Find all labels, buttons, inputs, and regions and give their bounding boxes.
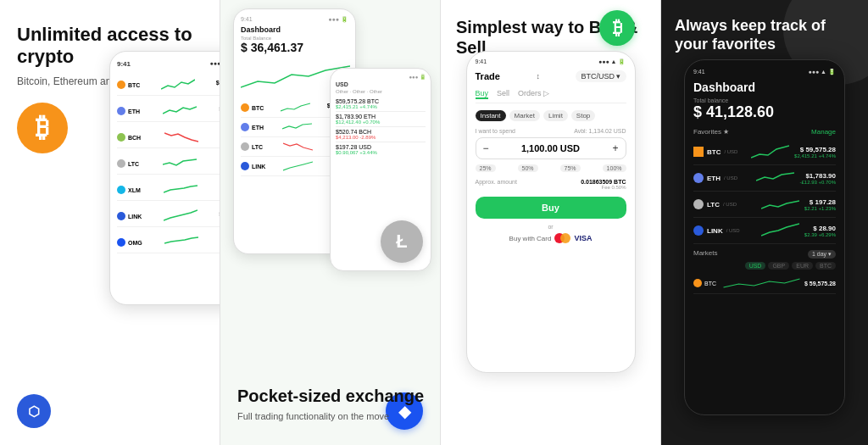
xlm-icon: [117, 186, 125, 194]
trade-time: 9:41: [476, 58, 487, 65]
card-payment-row: Buy with Card VISA: [476, 233, 626, 243]
list-item: LINK $28.90 +6.29%: [117, 206, 220, 227]
dark-eth-sparkline: [756, 169, 794, 187]
bch-icon: [117, 133, 125, 142]
btc-icon: [117, 81, 125, 89]
phone-mockup-1: 9:41 ●●● ▲ 🔋 BTC $59,575 +4.74%: [109, 51, 220, 305]
xlm-sparkline: [164, 182, 198, 197]
usd-tab[interactable]: USD: [745, 262, 766, 270]
eth-icon: [117, 107, 125, 115]
litecoin-symbol: Ł: [396, 231, 407, 253]
panel2-bottom-text: Pocket-sized exchange Full trading funct…: [237, 386, 424, 421]
panel-pocket-exchange: 9:41 ●●● 🔋 Dashboard Total Balance $ 36,…: [220, 0, 441, 445]
phone-status-1: 9:41 ●●● ▲ 🔋: [117, 60, 220, 68]
trade-title: Trade: [476, 71, 500, 81]
amount-value: 1,100.00 USD: [521, 143, 580, 153]
sell-tab[interactable]: Sell: [497, 89, 509, 99]
or-divider: or: [476, 224, 626, 230]
avbl-label: Avbl: 1,134.02 USD: [574, 128, 626, 137]
list-item: OMG $5.01 +3.44%: [117, 232, 220, 253]
bitcoin-icon: ₿: [17, 103, 68, 153]
crypto-list: BTC $59,575 +4.74% ETH: [117, 75, 220, 253]
dark-link-sparkline: [761, 221, 799, 240]
favorites-label: Favorites ★: [693, 128, 729, 136]
list-item: BTC $59,575 +4.74%: [117, 75, 220, 96]
dark-balance-label: Total balance: [693, 97, 836, 103]
panel4-title: Always keep track of your favorites: [675, 17, 854, 53]
pct-25[interactable]: 25%: [476, 164, 496, 172]
litecoin-float-icon: Ł: [381, 220, 423, 263]
panel-favorites: Always keep track of your favorites 9:41…: [661, 0, 868, 445]
dark-list-item: ETH / USD $1,783.90 -£12.93 +0.70%: [693, 165, 836, 192]
fee-label: Fee 0.50%: [581, 185, 626, 190]
list-item: BCH $520 -2.15%: [117, 127, 220, 148]
amount-input: − 1,100.00 USD +: [476, 137, 626, 159]
dark-list-item: LINK / USD $ 28.90 $2.39 +6.29%: [693, 218, 836, 244]
card-label: Buy with Card: [509, 235, 552, 242]
list-item: ETH $1,783 +0.70%: [117, 101, 220, 122]
instant-tab[interactable]: Instant: [476, 110, 506, 121]
pct-75[interactable]: 75%: [560, 164, 581, 172]
pct-50[interactable]: 50%: [518, 164, 538, 172]
dark-dashboard-title: Dashboard: [693, 81, 836, 94]
timeframe-selector[interactable]: 1 day ▾: [808, 250, 836, 259]
bch-sparkline: [164, 130, 198, 145]
orders-tab[interactable]: Orders ▷: [518, 89, 549, 99]
spend-label: I want to spend: [476, 128, 515, 134]
buy-button[interactable]: Buy: [476, 197, 626, 219]
list-item: LTC $197 +1.23%: [117, 153, 220, 175]
dark-list-item: LTC / USD $ 197.28 $2.21 +1.23%: [693, 192, 836, 218]
buy-tab[interactable]: Buy: [476, 89, 489, 99]
chainlink-icon: ⬡: [17, 394, 51, 428]
eur-tab[interactable]: EUR: [792, 262, 813, 270]
bitcoin-symbol: ₿: [36, 112, 49, 143]
btc-green-symbol: ₿: [613, 17, 622, 39]
approx-value: 0.01863509 BTC: [581, 179, 626, 185]
link-icon: [117, 212, 125, 220]
trade-pair: BTC/USD ▾: [576, 70, 626, 82]
dark-ltc-sparkline: [761, 195, 799, 214]
panel2-title: Pocket-sized exchange: [237, 386, 424, 406]
dark-balance: $ 41,128.60: [693, 103, 836, 121]
market-row-btc: BTC $ 59,575.28: [693, 273, 836, 294]
limit-tab[interactable]: Limit: [543, 110, 568, 121]
panel-unlimited-access: Unlimited access to crypto Bitcoin, Ethe…: [0, 0, 220, 445]
market-btc-chart: [719, 275, 804, 291]
trade-phone: 9:41 ●●● ▲ 🔋 Trade ↕ BTC/USD ▾ Buy Sell …: [466, 51, 636, 373]
dark-phone: 9:41 ●●● ▲ 🔋 Dashboard Total balance $ 4…: [684, 59, 845, 415]
market-tab[interactable]: Market: [509, 110, 540, 121]
btc-green-icon: ₿: [599, 10, 635, 46]
stop-tab[interactable]: Stop: [571, 110, 595, 121]
omg-icon: [117, 238, 125, 247]
approx-label: Approx. amount: [476, 179, 517, 190]
eth-sparkline: [163, 103, 197, 119]
manage-label[interactable]: Manage: [811, 128, 836, 136]
dark-list-item: BTC / USD $ 59,575.28 $2,415.21 +4.74%: [693, 139, 836, 165]
dashboard-balance: $ 36,461.37: [241, 41, 348, 54]
link-sparkline: [164, 209, 198, 224]
visa-icon: VISA: [574, 234, 592, 242]
dashboard-title: Dashboard: [241, 25, 348, 34]
dark-time: 9:41: [693, 69, 705, 75]
btc-tab[interactable]: BTC: [815, 262, 836, 270]
list-item: XLM $0.36 +2.10%: [117, 180, 220, 201]
markets-label: Markets: [693, 249, 717, 257]
mastercard-icon: [554, 233, 570, 243]
panel-buy-sell: Simplest way to Buy & Sell ₿ 9:41 ●●● ▲ …: [441, 0, 661, 445]
ltc-sparkline: [163, 156, 197, 171]
markets-section: Markets 1 day ▾ USD GBP EUR BTC BTC $ 59…: [693, 249, 836, 294]
omg-sparkline: [164, 235, 198, 250]
ltc-icon: [117, 159, 125, 168]
pct-100[interactable]: 100%: [603, 164, 626, 172]
btc-sparkline: [161, 77, 195, 92]
gbp-tab[interactable]: GBP: [768, 262, 789, 270]
panel2-subtitle: Full trading functionality on the move: [237, 411, 424, 421]
dark-btc-sparkline: [751, 142, 789, 161]
